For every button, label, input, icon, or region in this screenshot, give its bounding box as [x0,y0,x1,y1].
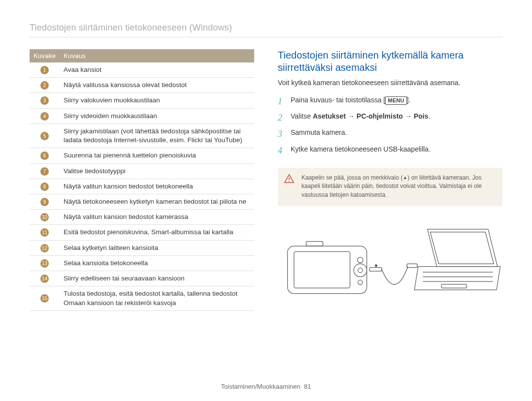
table-row: 8Näytä valitun kansion tiedostot tietoko… [30,179,254,194]
row-desc-cell: Selaa kytketyn laitteen kansioita [60,240,254,255]
number-badge: 1 [40,66,49,74]
table-row: 14Siirry edelliseen tai seuraavaan kansi… [30,271,254,286]
number-badge: 5 [40,132,49,140]
page-footer: Toistaminen/Muokkaaminen 81 [0,383,532,390]
table-row: 3Siirry valokuvien muokkaustilaan [30,93,254,108]
svg-point-6 [354,264,367,277]
row-icon-cell: 14 [30,271,60,286]
svg-rect-3 [288,246,367,294]
number-badge: 8 [40,183,49,191]
table-row: 4Siirry videoiden muokkaustilaan [30,108,254,123]
table-row: 11Esitä tiedostot pienoiskuvina, Smart-a… [30,225,254,240]
page-title: Tiedostojen siirtäminen tietokoneeseen (… [30,23,502,37]
step-number: 3 [278,128,286,140]
number-badge: 3 [40,96,49,105]
table-row: 7Valitse tiedostotyyppi [30,163,254,179]
row-icon-cell: 13 [30,255,60,271]
row-icon-cell: 2 [30,78,60,93]
svg-point-7 [358,268,363,273]
warning-note: Kaapelin se pää, jossa on merkkivalo (▲)… [278,168,502,206]
step-number: 2 [278,112,286,124]
row-icon-cell: 11 [30,225,60,240]
table-row: 13Selaa kansioita tietokoneella [30,255,254,271]
table-row: 12Selaa kytketyn laitteen kansioita [30,240,254,255]
row-desc-cell: Siirry valokuvien muokkaustilaan [60,93,254,108]
row-desc-cell: Näytä valitun kansion tiedostot kamerass… [60,210,254,225]
warning-icon [284,174,295,185]
section-intro: Voit kytkeä kameran tietokoneeseen siirr… [278,79,502,87]
row-icon-cell: 8 [30,179,60,194]
camera-laptop-usb-illustration [278,220,502,308]
table-row: 6Suurenna tai pienennä luettelon pienois… [30,148,254,163]
svg-rect-14 [369,268,382,272]
row-desc-cell: Näytä tietokoneeseen kytketyn kameran ti… [60,194,254,209]
table-row: 2Näytä valitussa kansiossa olevat tiedos… [30,78,254,93]
table-row: 9Näytä tietokoneeseen kytketyn kameran t… [30,194,254,209]
row-desc-cell: Selaa kansioita tietokoneella [60,255,254,271]
menu-path-segment: Pois [414,112,429,120]
svg-rect-13 [441,284,466,288]
step-number: 1 [278,95,286,108]
row-desc-cell: Tulosta tiedostoja, esitä tiedostot kart… [60,286,254,310]
row-desc-cell: Avaa kansiot [60,62,254,78]
number-badge: 12 [40,244,49,252]
row-desc-cell: Esitä tiedostot pienoiskuvina, Smart-alb… [60,225,254,240]
arrow-icon: → [403,112,414,120]
row-icon-cell: 5 [30,123,60,148]
svg-rect-9 [306,242,323,246]
number-badge: 13 [40,259,49,268]
step-number: 4 [278,145,286,157]
number-badge: 10 [40,213,49,221]
menu-button-label: MENU [385,96,407,105]
menu-path-segment: PC-ohjelmisto [357,112,403,120]
row-desc-cell: Valitse tiedostotyyppi [60,163,254,179]
svg-point-8 [358,280,363,284]
row-desc-cell: Siirry edelliseen tai seuraavaan kansioo… [60,271,254,286]
warning-text: Kaapelin se pää, jossa on merkkivalo (▲)… [301,174,482,198]
row-icon-cell: 1 [30,62,60,78]
triangle-icon: ▲ [402,174,407,182]
number-badge: 11 [40,228,49,237]
table-row: 1Avaa kansiot [30,62,254,78]
row-desc-cell: Siirry videoiden muokkaustilaan [60,108,254,123]
number-badge: 6 [40,152,49,160]
svg-point-16 [375,265,377,267]
table-row: 10Näytä valitun kansion tiedostot kamera… [30,210,254,225]
step: 1Paina kuvaus- tai toistotilassa [MENU]. [278,95,502,108]
step-text: Paina kuvaus- tai toistotilassa [MENU]. [291,95,411,105]
number-badge: 7 [40,167,49,176]
row-icon-cell: 15 [30,286,60,310]
table-row: 15Tulosta tiedostoja, esitä tiedostot ka… [30,286,254,310]
row-desc-cell: Näytä valitun kansion tiedostot tietokon… [60,179,254,194]
step: 2Valitse Asetukset→PC-ohjelmisto→Pois. [278,112,502,124]
row-icon-cell: 12 [30,240,60,255]
row-icon-cell: 6 [30,148,60,163]
icon-description-table: Kuvake Kuvaus 1Avaa kansiot2Näytä valitu… [30,49,254,311]
menu-path-segment: Asetukset [313,112,346,120]
row-icon-cell: 9 [30,194,60,209]
row-desc-cell: Näytä valitussa kansiossa olevat tiedost… [60,78,254,93]
number-badge: 9 [40,198,49,206]
number-badge: 4 [40,112,49,121]
number-badge: 15 [40,294,49,303]
step: 4Kytke kamera tietokoneeseen USB-kaapeli… [278,145,502,157]
row-icon-cell: 4 [30,108,60,123]
step-text: Valitse Asetukset→PC-ohjelmisto→Pois. [291,112,430,122]
table-head-desc: Kuvaus [60,49,254,62]
steps-list: 1Paina kuvaus- tai toistotilassa [MENU].… [278,95,502,157]
icon-description-table-container: Kuvake Kuvaus 1Avaa kansiot2Näytä valitu… [30,49,254,311]
table-head-icon: Kuvake [30,49,60,62]
row-icon-cell: 10 [30,210,60,225]
arrow-icon: → [346,112,357,120]
row-desc-cell: Suurenna tai pienennä luettelon pienoisk… [60,148,254,163]
table-row: 5Siirry jakamistilaan (voit lähettää tie… [30,123,254,148]
svg-point-5 [358,257,363,263]
svg-rect-4 [294,251,350,288]
row-desc-cell: Siirry jakamistilaan (voit lähettää tied… [60,123,254,148]
row-icon-cell: 3 [30,93,60,108]
number-badge: 14 [40,275,49,283]
footer-page-number: 81 [304,383,311,390]
svg-point-2 [289,181,290,182]
row-icon-cell: 7 [30,163,60,179]
footer-section: Toistaminen/Muokkaaminen [221,383,300,390]
